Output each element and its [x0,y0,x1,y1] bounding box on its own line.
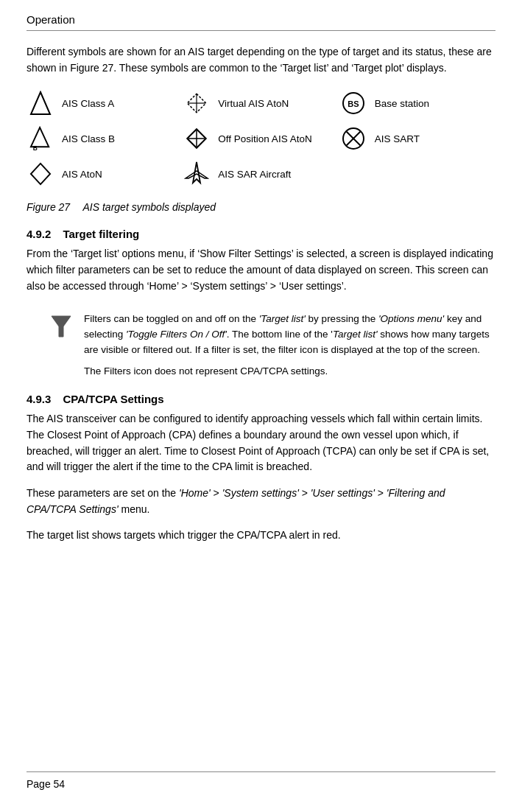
section-492-text: From the ‘Target list’ options menu, if … [27,246,495,294]
ais-class-b-label: AIS Class B [62,133,115,144]
page-number: Page 54 [27,778,65,790]
section-493-para-3: The target list shows targets which trig… [27,528,495,544]
svg-marker-17 [52,316,71,337]
section-493-heading: 4.9.3 CPA/TCPA Settings [27,393,495,405]
section-492-number: 4.9.2 [27,228,51,240]
ais-sar-aircraft-icon [183,160,211,188]
section-492-title: Target filtering [63,228,139,240]
note-box: Filters can be toggled on and off on the… [49,312,495,379]
base-station-icon: BS [339,89,367,117]
virtual-ais-aton-icon [183,89,211,117]
symbol-base-station: BS Base station [339,89,495,117]
ais-class-a-label: AIS Class A [62,98,114,109]
symbols-grid: AIS Class A Virtual AIS AtoN BS [27,89,495,188]
ais-sar-aircraft-label: AIS SAR Aircraft [218,169,291,180]
off-position-ais-aton-label: Off Position AIS AtoN [218,133,311,144]
note-line-2: The Filters icon does not represent CPA/… [84,364,495,379]
header-section: Operation [27,13,495,31]
svg-marker-0 [31,92,50,114]
ais-sart-label: AIS SART [375,133,420,144]
symbol-off-position-ais-aton: Off Position AIS AtoN [183,125,339,153]
symbol-ais-class-a: AIS Class A [27,89,183,117]
ais-aton-label: AIS AtoN [62,169,102,180]
svg-marker-16 [186,171,208,178]
ais-aton-icon [27,160,54,188]
ais-sart-icon [339,125,367,153]
section-493-title: CPA/TCPA Settings [63,393,163,405]
section-493-para-1: The AIS transceiver can be configured to… [27,411,495,475]
section-492-heading: 4.9.2 Target filtering [27,228,495,240]
footer: Page 54 [27,771,495,790]
note-line-1: Filters can be toggled on and off on the… [84,312,495,358]
symbol-ais-class-b: B AIS Class B [27,125,183,153]
section-493-para-2: These parameters are set on the 'Home' >… [27,486,495,517]
ais-class-a-icon [27,89,54,117]
base-station-label: Base station [375,98,429,109]
filter-icon [49,313,74,346]
ais-class-b-icon: B [27,125,54,153]
section-493-number: 4.9.3 [27,393,51,405]
svg-text:B: B [33,144,38,151]
svg-marker-14 [31,164,50,184]
symbol-ais-sart: AIS SART [339,125,495,153]
intro-paragraph: Different symbols are shown for an AIS t… [27,44,495,76]
symbol-ais-aton: AIS AtoN [27,160,183,188]
header-title: Operation [27,13,75,26]
empty-cell [339,160,495,188]
symbol-ais-sar-aircraft: AIS SAR Aircraft [183,160,339,188]
note-content: Filters can be toggled on and off on the… [84,312,495,379]
svg-text:BS: BS [348,99,359,108]
virtual-ais-aton-label: Virtual AIS AtoN [218,98,289,109]
symbol-virtual-ais-aton: Virtual AIS AtoN [183,89,339,117]
page-wrapper: Operation Different symbols are shown fo… [0,0,522,812]
figure-caption: Figure 27 AIS target symbols displayed [27,201,495,213]
off-position-ais-aton-icon [183,125,211,153]
